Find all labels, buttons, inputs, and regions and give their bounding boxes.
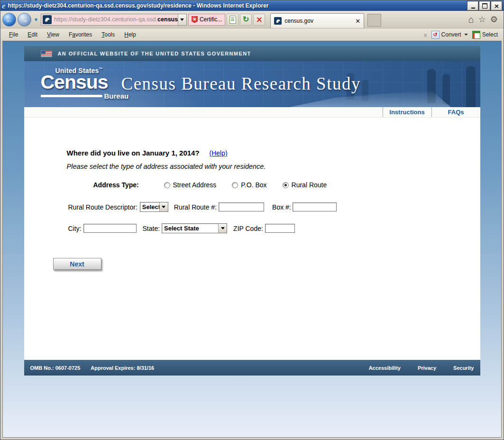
select-button[interactable]: Select (472, 31, 498, 39)
radio-label: Street Address (173, 181, 217, 189)
radio-button[interactable] (283, 182, 289, 188)
address-dropdown-button[interactable] (178, 14, 186, 25)
maximize-icon (482, 3, 487, 9)
approval-expires: Approval Expires: 8/31/16 (91, 365, 154, 371)
internet-explorer-icon: e (2, 2, 6, 10)
menu-tools[interactable]: Tools (97, 30, 119, 39)
tab-favicon (274, 17, 282, 25)
city-input[interactable] (83, 224, 137, 233)
minimize-button[interactable] (467, 1, 478, 10)
box-number-label: Box #: (272, 203, 291, 211)
menu-edit[interactable]: Edit (23, 30, 42, 39)
stop-button[interactable]: × (253, 14, 265, 26)
silhouette-figure (466, 66, 476, 107)
stop-icon: × (256, 16, 263, 24)
recent-pages-dropdown[interactable]: ▼ (34, 17, 38, 22)
compatibility-view-button[interactable] (227, 14, 238, 26)
help-link[interactable]: (Help) (209, 149, 227, 157)
select-label: Select (482, 31, 498, 38)
chevron-down-icon (162, 206, 165, 208)
select-grid-icon (472, 31, 480, 39)
nav-faqs-link[interactable]: FAQs (431, 107, 480, 117)
certificate-error-label: Certific... (200, 16, 222, 23)
certificate-error-button[interactable]: ✕ Certific... (188, 14, 225, 26)
address-type-row: Address Type: Street Address P.O. Box Ru… (93, 181, 480, 189)
menu-help[interactable]: Help (119, 30, 141, 39)
official-banner-text: AN OFFICIAL WEBSITE OF THE UNITED STATES… (58, 51, 251, 56)
omb-number: OMB No.: 0607-0725 (30, 365, 81, 371)
radio-button[interactable] (232, 182, 238, 188)
select-arrow-button[interactable] (218, 224, 227, 233)
menu-view[interactable]: View (42, 30, 64, 39)
back-arrow-icon: ← (6, 16, 13, 24)
radio-option-rural-route[interactable]: Rural Route (283, 181, 327, 189)
zip-code-label: ZIP Code: (233, 225, 263, 232)
forward-button[interactable]: → (18, 13, 31, 27)
box-number-input[interactable] (293, 202, 337, 211)
tab-close-icon[interactable]: ✕ (355, 18, 360, 25)
maximize-button[interactable] (479, 1, 490, 10)
menu-file[interactable]: File (4, 30, 23, 39)
favorites-star-icon[interactable]: ☆ (478, 15, 486, 24)
close-button[interactable]: × (491, 1, 502, 10)
convert-label: Convert (441, 31, 461, 38)
back-button[interactable]: ← (2, 13, 16, 27)
radio-label: Rural Route (292, 181, 327, 189)
addon-toolbar: x ↺ Convert Select (423, 31, 500, 39)
address-toolbar: ← → ▼ https://study-dietz304.centurion-q… (0, 11, 504, 28)
chevron-down-icon (180, 18, 184, 21)
logo-underline-bar (41, 95, 102, 97)
us-flag-icon (41, 51, 52, 57)
title-bar: e https://study-dietz304.centurion-qa.ss… (0, 0, 504, 11)
browser-tab[interactable]: census.gov ✕ (270, 13, 364, 28)
toolbar-close-icon[interactable]: x (423, 31, 427, 38)
next-button[interactable]: Next (53, 258, 101, 270)
silhouette-figure (442, 74, 450, 104)
footer-security-link[interactable]: Security (453, 365, 474, 371)
instruction-text: Please select the type of address associ… (67, 163, 480, 170)
adobe-pdf-convert-icon: ↺ (431, 31, 440, 39)
close-icon: × (494, 3, 499, 9)
radio-button[interactable] (164, 182, 170, 188)
footer-links: Accessibility Privacy Security (352, 365, 474, 371)
address-bar[interactable]: https://study-dietz304.centurion-qa.ssd.… (41, 14, 187, 26)
next-button-label: Next (70, 260, 84, 268)
tab-title: census.gov (284, 18, 313, 24)
page-viewport: AN OFFICIAL WEBSITE OF THE UNITED STATES… (2, 41, 502, 438)
state-select[interactable]: Select State (162, 223, 227, 233)
helmet-icon (275, 18, 281, 24)
browser-window: e https://study-dietz304.centurion-qa.ss… (0, 0, 504, 440)
home-icon[interactable]: ⌂ (468, 15, 474, 24)
radio-label: P.O. Box (241, 181, 266, 189)
chevron-down-icon[interactable] (464, 34, 468, 36)
radio-option-street-address[interactable]: Street Address (164, 181, 217, 189)
select-value: Select State (164, 225, 199, 232)
chevron-down-icon (221, 227, 225, 229)
rural-route-descriptor-select[interactable]: Select (140, 202, 168, 212)
nav-instructions-link[interactable]: Instructions (383, 107, 431, 117)
forward-arrow-icon: → (21, 16, 28, 24)
rural-route-number-input[interactable] (219, 202, 264, 211)
logo-census: Census (41, 74, 129, 91)
url-prefix: https://study-dietz304.centurion-qa.ssd. (54, 16, 157, 23)
refresh-button[interactable]: ↻ (240, 14, 252, 26)
menu-favorites[interactable]: Favorites (64, 30, 97, 39)
footer-privacy-link[interactable]: Privacy (418, 365, 436, 371)
convert-button[interactable]: ↺ Convert (431, 31, 468, 39)
new-tab-button[interactable] (367, 14, 381, 27)
browser-command-icons: ⌂ ☆ ⚙ (468, 15, 502, 24)
footer-accessibility-link[interactable]: Accessibility (369, 365, 401, 371)
zip-code-input[interactable] (265, 224, 295, 233)
page-nav-bar: Instructions FAQs (24, 107, 480, 118)
select-arrow-button[interactable] (159, 202, 168, 211)
address-url: https://study-dietz304.centurion-qa.ssd.… (54, 16, 178, 23)
official-banner: AN OFFICIAL WEBSITE OF THE UNITED STATES… (24, 46, 480, 61)
page-footer: OMB No.: 0607-0725 Approval Expires: 8/3… (24, 360, 480, 376)
site-favicon (43, 15, 52, 24)
certificate-error-shield-icon: ✕ (192, 16, 198, 23)
window-title: https://study-dietz304.centurion-qa.ssd.… (8, 2, 269, 9)
select-value: Select (142, 203, 160, 211)
radio-option-po-box[interactable]: P.O. Box (232, 181, 266, 189)
tools-gear-icon[interactable]: ⚙ (490, 15, 498, 24)
rural-route-row: Rural Route Descriptor: Select Rural Rou… (68, 202, 480, 212)
